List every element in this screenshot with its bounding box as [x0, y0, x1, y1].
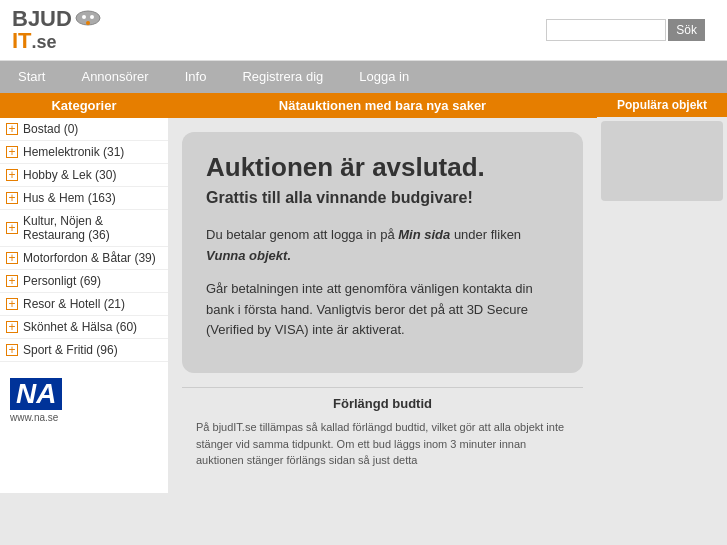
category-list: +Bostad (0) +Hemelektronik (31) +Hobby &… [0, 118, 168, 362]
list-item: +Personligt (69) [0, 270, 168, 293]
auction-body-text-1: Du betalar genom att logga in på [206, 227, 398, 242]
logo-se: .se [32, 32, 57, 52]
category-hemelektronik[interactable]: +Hemelektronik (31) [0, 141, 168, 163]
nav-info[interactable]: Info [167, 61, 225, 93]
plus-icon: + [6, 344, 18, 356]
plus-icon: + [6, 192, 18, 204]
category-personligt[interactable]: +Personligt (69) [0, 270, 168, 292]
na-logo-box: NA [10, 378, 62, 410]
list-item: +Sport & Fritid (96) [0, 339, 168, 362]
plus-icon: + [6, 222, 18, 234]
page-header: BJUD IT.se Sök [0, 0, 727, 61]
category-motorfordon[interactable]: +Motorfordon & Båtar (39) [0, 247, 168, 269]
header-search-area: Sök [546, 19, 715, 41]
category-sport[interactable]: +Sport & Fritid (96) [0, 339, 168, 361]
logo-it: IT [12, 28, 32, 53]
category-hobby[interactable]: +Hobby & Lek (30) [0, 164, 168, 186]
nav-links: Start Annonsörer Info Registrera dig Log… [0, 61, 427, 93]
plus-icon: + [6, 123, 18, 135]
center-header: Nätauktionen med bara nya saker [168, 93, 597, 118]
search-input[interactable] [546, 19, 666, 41]
svg-point-2 [90, 15, 94, 19]
list-item: +Hemelektronik (31) [0, 141, 168, 164]
nav-logga-in[interactable]: Logga in [341, 61, 427, 93]
nav-start[interactable]: Start [0, 61, 63, 93]
list-item: +Hobby & Lek (30) [0, 164, 168, 187]
right-sidebar-header: Populära objekt [597, 93, 727, 117]
logo-icon [74, 10, 102, 30]
plus-icon: + [6, 275, 18, 287]
sidebar: Kategorier +Bostad (0) +Hemelektronik (3… [0, 93, 168, 493]
list-item: +Hus & Hem (163) [0, 187, 168, 210]
footer-section: Förlängd budtid På bjudIT.se tillämpas s… [182, 387, 583, 469]
auction-title: Auktionen är avslutad. [206, 152, 559, 183]
right-sidebar: Populära objekt [597, 93, 727, 205]
forlangd-body: På bjudIT.se tillämpas så kallad förläng… [196, 419, 569, 469]
plus-icon: + [6, 298, 18, 310]
nav-annonsorer[interactable]: Annonsörer [63, 61, 166, 93]
list-item: +Resor & Hotell (21) [0, 293, 168, 316]
main-layout: Kategorier +Bostad (0) +Hemelektronik (3… [0, 93, 727, 493]
auction-body-text-2: under fliken [450, 227, 521, 242]
na-url: www.na.se [10, 412, 58, 423]
list-item: +Skönhet & Hälsa (60) [0, 316, 168, 339]
category-resor[interactable]: +Resor & Hotell (21) [0, 293, 168, 315]
category-hus[interactable]: +Hus & Hem (163) [0, 187, 168, 209]
auction-body-min-sida: Min sida [398, 227, 450, 242]
svg-point-1 [82, 15, 86, 19]
auction-body: Du betalar genom att logga in på Min sid… [206, 225, 559, 341]
auction-body-vunna: Vunna objekt. [206, 248, 291, 263]
auction-body-paragraph-2: Går betalningen inte att genomföra vänli… [206, 279, 559, 341]
right-sidebar-content [601, 121, 723, 201]
navbar: Start Annonsörer Info Registrera dig Log… [0, 61, 727, 93]
auction-body-paragraph-1: Du betalar genom att logga in på Min sid… [206, 225, 559, 267]
list-item: +Motorfordon & Båtar (39) [0, 247, 168, 270]
list-item: +Bostad (0) [0, 118, 168, 141]
nav-registrera[interactable]: Registrera dig [224, 61, 341, 93]
logo-area: BJUD IT.se [12, 8, 104, 52]
auction-subtitle: Grattis till alla vinnande budgivare! [206, 189, 559, 207]
plus-icon: + [6, 321, 18, 333]
na-logo: NA www.na.se [10, 378, 158, 423]
center-area: Nätauktionen med bara nya saker Auktione… [168, 93, 597, 493]
sidebar-header: Kategorier [0, 93, 168, 118]
category-bostad[interactable]: +Bostad (0) [0, 118, 168, 140]
sidebar-logo-area: NA www.na.se [0, 362, 168, 433]
search-button[interactable]: Sök [668, 19, 705, 41]
plus-icon: + [6, 146, 18, 158]
plus-icon: + [6, 169, 18, 181]
category-skonhet[interactable]: +Skönhet & Hälsa (60) [0, 316, 168, 338]
logo: BJUD IT.se [12, 8, 104, 52]
forlangd-title: Förlängd budtid [196, 396, 569, 411]
plus-icon: + [6, 252, 18, 264]
svg-point-3 [86, 21, 90, 25]
list-item: +Kultur, Nöjen & Restaurang (36) [0, 210, 168, 247]
category-kultur[interactable]: +Kultur, Nöjen & Restaurang (36) [0, 210, 168, 246]
auction-box: Auktionen är avslutad. Grattis till alla… [182, 132, 583, 373]
